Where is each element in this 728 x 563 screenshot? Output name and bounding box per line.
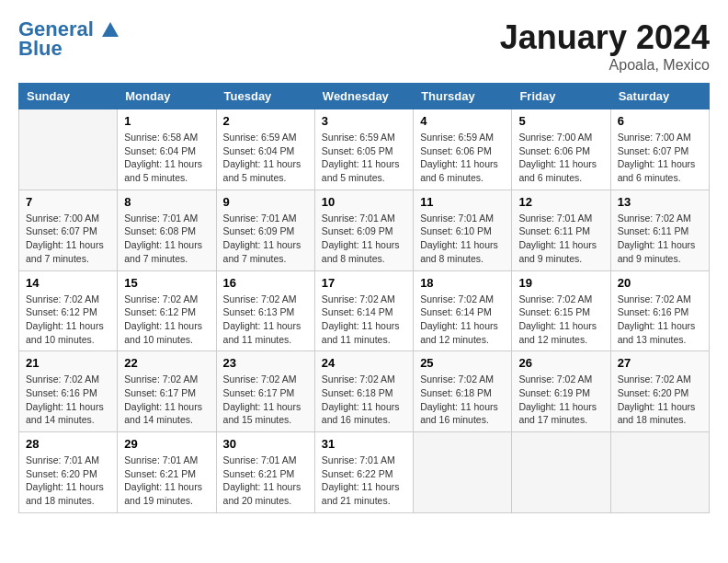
calendar-cell: 30Sunrise: 7:01 AMSunset: 6:21 PMDayligh… (216, 432, 314, 513)
day-info: Sunrise: 7:02 AMSunset: 6:14 PMDaylight:… (322, 293, 406, 347)
day-info: Sunrise: 7:01 AMSunset: 6:21 PMDaylight:… (124, 454, 209, 508)
day-number: 5 (518, 114, 603, 128)
day-number: 15 (124, 276, 209, 290)
calendar-cell: 23Sunrise: 7:02 AMSunset: 6:17 PMDayligh… (216, 351, 314, 432)
day-number: 27 (618, 356, 702, 370)
calendar-cell: 12Sunrise: 7:01 AMSunset: 6:11 PMDayligh… (512, 190, 610, 270)
week-row-5: 28Sunrise: 7:01 AMSunset: 6:20 PMDayligh… (19, 432, 710, 513)
calendar-cell: 15Sunrise: 7:02 AMSunset: 6:12 PMDayligh… (118, 270, 216, 351)
col-header-wednesday: Wednesday (314, 84, 413, 109)
calendar-cell: 29Sunrise: 7:01 AMSunset: 6:21 PMDayligh… (118, 432, 216, 513)
day-number: 31 (322, 437, 406, 451)
logo-icon (100, 20, 120, 40)
day-number: 22 (124, 356, 209, 370)
col-header-thursday: Thursday (414, 84, 512, 109)
calendar-cell: 8Sunrise: 7:01 AMSunset: 6:08 PMDaylight… (118, 190, 216, 270)
day-number: 25 (420, 356, 505, 370)
day-info: Sunrise: 6:59 AMSunset: 6:05 PMDaylight:… (322, 131, 406, 185)
calendar-cell: 28Sunrise: 7:01 AMSunset: 6:20 PMDayligh… (19, 432, 118, 513)
day-number: 6 (618, 114, 702, 128)
col-header-saturday: Saturday (610, 84, 709, 109)
calendar-cell: 7Sunrise: 7:00 AMSunset: 6:07 PMDaylight… (19, 190, 118, 270)
day-number: 2 (223, 114, 308, 128)
day-info: Sunrise: 7:02 AMSunset: 6:19 PMDaylight:… (518, 373, 603, 427)
day-number: 19 (518, 276, 603, 290)
col-header-friday: Friday (512, 84, 610, 109)
calendar-cell (512, 432, 610, 513)
day-info: Sunrise: 7:02 AMSunset: 6:17 PMDaylight:… (223, 373, 308, 427)
day-info: Sunrise: 7:00 AMSunset: 6:07 PMDaylight:… (618, 131, 702, 185)
calendar-cell: 4Sunrise: 6:59 AMSunset: 6:06 PMDaylight… (414, 109, 512, 190)
day-info: Sunrise: 7:00 AMSunset: 6:07 PMDaylight:… (26, 212, 110, 266)
calendar-cell: 20Sunrise: 7:02 AMSunset: 6:16 PMDayligh… (610, 270, 709, 351)
day-info: Sunrise: 7:01 AMSunset: 6:10 PMDaylight:… (420, 212, 505, 266)
day-info: Sunrise: 7:01 AMSunset: 6:21 PMDaylight:… (223, 454, 308, 508)
page-header: General Blue January 2024 Apoala, Mexico (18, 18, 710, 74)
day-info: Sunrise: 7:01 AMSunset: 6:22 PMDaylight:… (322, 454, 406, 508)
calendar-cell: 6Sunrise: 7:00 AMSunset: 6:07 PMDaylight… (610, 109, 709, 190)
day-info: Sunrise: 7:02 AMSunset: 6:18 PMDaylight:… (420, 373, 505, 427)
day-info: Sunrise: 6:59 AMSunset: 6:06 PMDaylight:… (420, 131, 505, 185)
day-info: Sunrise: 7:01 AMSunset: 6:20 PMDaylight:… (26, 454, 110, 508)
calendar-cell: 21Sunrise: 7:02 AMSunset: 6:16 PMDayligh… (19, 351, 118, 432)
day-info: Sunrise: 7:02 AMSunset: 6:14 PMDaylight:… (420, 293, 505, 347)
calendar-cell: 18Sunrise: 7:02 AMSunset: 6:14 PMDayligh… (414, 270, 512, 351)
day-info: Sunrise: 7:02 AMSunset: 6:16 PMDaylight:… (26, 373, 110, 427)
day-number: 8 (124, 195, 209, 209)
week-row-3: 14Sunrise: 7:02 AMSunset: 6:12 PMDayligh… (19, 270, 710, 351)
calendar-table: SundayMondayTuesdayWednesdayThursdayFrid… (18, 83, 710, 513)
day-number: 18 (420, 276, 505, 290)
calendar-cell: 1Sunrise: 6:58 AMSunset: 6:04 PMDaylight… (118, 109, 216, 190)
day-number: 11 (420, 195, 505, 209)
col-header-tuesday: Tuesday (216, 84, 314, 109)
svg-marker-0 (102, 22, 119, 37)
week-row-2: 7Sunrise: 7:00 AMSunset: 6:07 PMDaylight… (19, 190, 710, 270)
day-number: 12 (518, 195, 603, 209)
calendar-cell (610, 432, 709, 513)
calendar-cell: 14Sunrise: 7:02 AMSunset: 6:12 PMDayligh… (19, 270, 118, 351)
calendar-cell: 26Sunrise: 7:02 AMSunset: 6:19 PMDayligh… (512, 351, 610, 432)
calendar-cell: 16Sunrise: 7:02 AMSunset: 6:13 PMDayligh… (216, 270, 314, 351)
day-info: Sunrise: 7:02 AMSunset: 6:11 PMDaylight:… (618, 212, 702, 266)
day-info: Sunrise: 7:02 AMSunset: 6:20 PMDaylight:… (618, 373, 702, 427)
day-info: Sunrise: 7:02 AMSunset: 6:17 PMDaylight:… (124, 373, 209, 427)
calendar-cell: 3Sunrise: 6:59 AMSunset: 6:05 PMDaylight… (314, 109, 413, 190)
day-info: Sunrise: 7:01 AMSunset: 6:09 PMDaylight:… (322, 212, 406, 266)
calendar-cell: 11Sunrise: 7:01 AMSunset: 6:10 PMDayligh… (414, 190, 512, 270)
header-row: SundayMondayTuesdayWednesdayThursdayFrid… (19, 84, 710, 109)
day-number: 17 (322, 276, 406, 290)
logo: General Blue (18, 18, 121, 61)
day-info: Sunrise: 7:01 AMSunset: 6:09 PMDaylight:… (223, 212, 308, 266)
calendar-cell: 9Sunrise: 7:01 AMSunset: 6:09 PMDaylight… (216, 190, 314, 270)
calendar-cell: 22Sunrise: 7:02 AMSunset: 6:17 PMDayligh… (118, 351, 216, 432)
day-number: 29 (124, 437, 209, 451)
day-number: 14 (26, 276, 110, 290)
day-info: Sunrise: 7:02 AMSunset: 6:16 PMDaylight:… (618, 293, 702, 347)
calendar-cell: 10Sunrise: 7:01 AMSunset: 6:09 PMDayligh… (314, 190, 413, 270)
calendar-cell: 31Sunrise: 7:01 AMSunset: 6:22 PMDayligh… (314, 432, 413, 513)
day-number: 24 (322, 356, 406, 370)
calendar-cell: 13Sunrise: 7:02 AMSunset: 6:11 PMDayligh… (610, 190, 709, 270)
day-info: Sunrise: 7:02 AMSunset: 6:18 PMDaylight:… (322, 373, 406, 427)
day-number: 21 (26, 356, 110, 370)
calendar-cell: 24Sunrise: 7:02 AMSunset: 6:18 PMDayligh… (314, 351, 413, 432)
title-block: January 2024 Apoala, Mexico (500, 18, 710, 74)
day-number: 28 (26, 437, 110, 451)
day-number: 23 (223, 356, 308, 370)
calendar-cell: 25Sunrise: 7:02 AMSunset: 6:18 PMDayligh… (414, 351, 512, 432)
calendar-cell: 19Sunrise: 7:02 AMSunset: 6:15 PMDayligh… (512, 270, 610, 351)
day-number: 20 (618, 276, 702, 290)
col-header-monday: Monday (118, 84, 216, 109)
calendar-cell (414, 432, 512, 513)
day-number: 16 (223, 276, 308, 290)
calendar-cell: 5Sunrise: 7:00 AMSunset: 6:06 PMDaylight… (512, 109, 610, 190)
day-number: 9 (223, 195, 308, 209)
day-info: Sunrise: 6:58 AMSunset: 6:04 PMDaylight:… (124, 131, 209, 185)
calendar-cell: 2Sunrise: 6:59 AMSunset: 6:04 PMDaylight… (216, 109, 314, 190)
calendar-cell: 27Sunrise: 7:02 AMSunset: 6:20 PMDayligh… (610, 351, 709, 432)
day-number: 4 (420, 114, 505, 128)
day-info: Sunrise: 7:00 AMSunset: 6:06 PMDaylight:… (518, 131, 603, 185)
day-number: 30 (223, 437, 308, 451)
main-title: January 2024 (500, 18, 710, 57)
day-info: Sunrise: 7:02 AMSunset: 6:12 PMDaylight:… (124, 293, 209, 347)
